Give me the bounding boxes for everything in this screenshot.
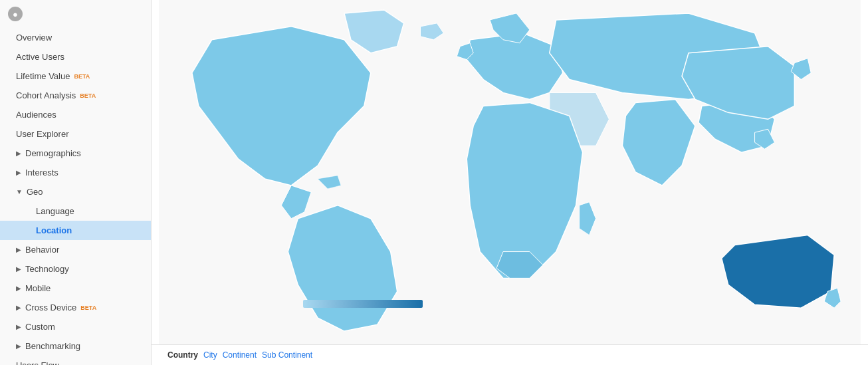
sidebar-item-custom[interactable]: ▶Custom (0, 317, 151, 336)
sidebar-item-geo[interactable]: ▼Geo (0, 182, 151, 201)
sidebar-item-label: Location (36, 225, 72, 235)
sidebar-item-lifetime-value[interactable]: Lifetime ValueBETA (0, 66, 151, 86)
chevron-icon: ▶ (16, 265, 21, 273)
chevron-icon: ▶ (16, 285, 21, 292)
chevron-icon: ▶ (16, 304, 21, 311)
sidebar-item-label: Benchmarking (25, 341, 80, 351)
sidebar-header: ● (0, 0, 151, 28)
sidebar-item-label: Cross Device (25, 303, 76, 312)
dimension-option-sub-continent[interactable]: Sub Continent (262, 350, 312, 360)
sidebar-item-label: Demographics (25, 148, 81, 158)
legend-gradient (303, 300, 423, 308)
primary-dimension-bar: CountryCityContinentSub Continent (152, 344, 868, 365)
sidebar-item-mobile[interactable]: ▶Mobile (0, 279, 151, 298)
map-container (152, 0, 868, 344)
beta-badge: BETA (80, 304, 96, 311)
main-content: CountryCityContinentSub Continent (152, 0, 868, 365)
sidebar-item-label: Cohort Analysis (16, 90, 76, 100)
chevron-icon: ▶ (16, 150, 21, 157)
sidebar-item-language[interactable]: Language (0, 201, 151, 221)
beta-badge: BETA (74, 73, 90, 80)
sidebar-item-users-flow[interactable]: Users Flow (0, 356, 151, 365)
chevron-icon: ▶ (16, 169, 21, 176)
sidebar-item-overview[interactable]: Overview (0, 28, 151, 47)
sidebar-item-label: User Explorer (16, 129, 68, 139)
sidebar-item-cross-device[interactable]: ▶Cross DeviceBETA (0, 298, 151, 317)
sidebar-item-label: Custom (25, 322, 55, 332)
sidebar-item-location[interactable]: Location (0, 221, 151, 240)
sidebar-item-label: Behavior (25, 245, 59, 255)
sidebar-item-audiences[interactable]: Audiences (0, 105, 151, 124)
chevron-icon: ▶ (16, 246, 21, 253)
person-icon: ● (8, 7, 23, 21)
dimension-option-country[interactable]: Country (167, 350, 198, 360)
sidebar-item-cohort-analysis[interactable]: Cohort AnalysisBETA (0, 86, 151, 105)
chevron-icon: ▶ (16, 323, 21, 330)
sidebar-item-label: Overview (16, 33, 52, 43)
sidebar-item-label: Users Flow (16, 360, 59, 365)
sidebar-item-demographics[interactable]: ▶Demographics (0, 144, 151, 163)
sidebar-item-interests[interactable]: ▶Interests (0, 163, 151, 182)
dimension-option-continent[interactable]: Continent (223, 350, 257, 360)
sidebar-item-label: Language (36, 206, 74, 216)
dimension-option-city[interactable]: City (203, 350, 217, 360)
sidebar-item-label: Interests (25, 168, 58, 178)
sidebar-item-behavior[interactable]: ▶Behavior (0, 240, 151, 259)
sidebar-item-technology[interactable]: ▶Technology (0, 259, 151, 279)
sidebar-item-user-explorer[interactable]: User Explorer (0, 124, 151, 144)
sidebar-item-label: Geo (27, 187, 43, 197)
sidebar-item-label: Technology (25, 264, 69, 274)
sidebar-item-label: Mobile (25, 283, 51, 293)
sidebar-item-label: Active Users (16, 52, 64, 62)
world-map (152, 0, 868, 344)
chevron-icon: ▶ (16, 342, 21, 350)
sidebar-item-label: Lifetime Value (16, 71, 70, 81)
sidebar-item-label: Audiences (16, 110, 56, 120)
chevron-icon: ▼ (16, 188, 23, 195)
sidebar-item-benchmarking[interactable]: ▶Benchmarking (0, 336, 151, 356)
sidebar: ● OverviewActive UsersLifetime ValueBETA… (0, 0, 152, 365)
map-legend (298, 300, 428, 308)
sidebar-item-active-users[interactable]: Active Users (0, 47, 151, 66)
beta-badge: BETA (80, 92, 96, 99)
